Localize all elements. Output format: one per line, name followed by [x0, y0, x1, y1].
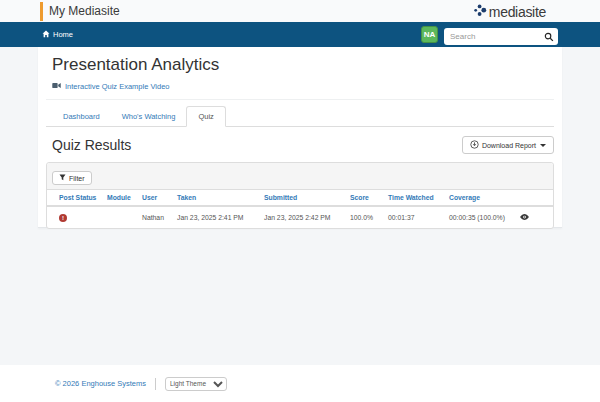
theme-selector[interactable]: Light Theme	[165, 377, 227, 391]
accent-bar	[40, 2, 43, 21]
cell-module	[102, 206, 137, 228]
filter-funnel-icon	[59, 174, 66, 182]
page-title: Presentation Analytics	[52, 55, 554, 75]
app-title: My Mediasite	[49, 4, 120, 18]
mediasite-logo-icon	[473, 3, 487, 21]
tab-bar: Dashboard Who's Watching Quiz	[46, 100, 554, 127]
cell-score: 100.0%	[345, 206, 383, 228]
cell-view	[514, 206, 553, 228]
quiz-results-table: Post Status Module User Taken Submitted …	[47, 190, 553, 228]
download-report-button[interactable]: Download Report	[462, 136, 554, 154]
column-user[interactable]: User	[137, 190, 172, 206]
cell-post-status	[47, 206, 102, 228]
search-input[interactable]	[444, 28, 558, 45]
post-status-error-icon	[59, 214, 67, 222]
search-box	[444, 25, 558, 45]
cell-taken: Jan 23, 2025 2:41 PM	[172, 206, 259, 228]
table-header-row: Post Status Module User Taken Submitted …	[47, 190, 553, 206]
download-report-label: Download Report	[482, 142, 536, 149]
column-coverage[interactable]: Coverage	[444, 190, 514, 206]
filter-button[interactable]: Filter	[52, 171, 92, 185]
navbar: Home NA	[0, 22, 600, 47]
cell-coverage: 00:00:35 (100.0%)	[444, 206, 514, 228]
content-card: Presentation Analytics Interactive Quiz …	[38, 47, 562, 228]
column-score[interactable]: Score	[345, 190, 383, 206]
filter-button-label: Filter	[69, 175, 85, 182]
view-details-eye-icon[interactable]	[519, 213, 530, 222]
column-post-status[interactable]: Post Status	[47, 190, 102, 206]
footer-divider	[155, 378, 156, 390]
column-submitted[interactable]: Submitted	[259, 190, 345, 206]
mediasite-logo-text: mediasite	[489, 4, 546, 20]
column-taken[interactable]: Taken	[172, 190, 259, 206]
video-camera-icon	[52, 82, 61, 91]
download-icon	[470, 140, 479, 150]
mediasite-logo[interactable]: mediasite	[473, 3, 546, 21]
tab-quiz[interactable]: Quiz	[186, 106, 225, 127]
quiz-results-title: Quiz Results	[52, 137, 131, 153]
caret-down-icon	[540, 144, 546, 147]
copyright-link[interactable]: © 2026 Enghouse Systems	[55, 379, 146, 388]
results-header: Quiz Results Download Report	[52, 136, 554, 154]
tab-dashboard[interactable]: Dashboard	[52, 107, 111, 126]
column-view	[514, 190, 553, 206]
breadcrumb-home[interactable]: Home	[42, 30, 73, 40]
tab-whos-watching[interactable]: Who's Watching	[111, 107, 187, 126]
column-module[interactable]: Module	[102, 190, 137, 206]
home-icon	[42, 30, 50, 40]
search-icon[interactable]	[544, 28, 554, 46]
cell-user: Nathan	[137, 206, 172, 228]
user-avatar[interactable]: NA	[421, 26, 438, 43]
table-row: Nathan Jan 23, 2025 2:41 PM Jan 23, 2025…	[47, 206, 553, 228]
results-panel-heading: Filter	[47, 163, 553, 190]
breadcrumb-home-label: Home	[53, 30, 73, 39]
presentation-link[interactable]: Interactive Quiz Example Video	[52, 82, 554, 91]
footer: © 2026 Enghouse Systems Light Theme	[0, 365, 600, 402]
presentation-link-label: Interactive Quiz Example Video	[65, 82, 170, 91]
column-time-watched[interactable]: Time Watched	[383, 190, 444, 206]
cell-submitted: Jan 23, 2025 2:42 PM	[259, 206, 345, 228]
results-panel: Filter Post Status Module User Taken Sub…	[46, 162, 554, 229]
top-header: My Mediasite mediasite	[0, 0, 600, 22]
main-area: Presentation Analytics Interactive Quiz …	[0, 47, 600, 365]
cell-time-watched: 00:01:37	[383, 206, 444, 228]
